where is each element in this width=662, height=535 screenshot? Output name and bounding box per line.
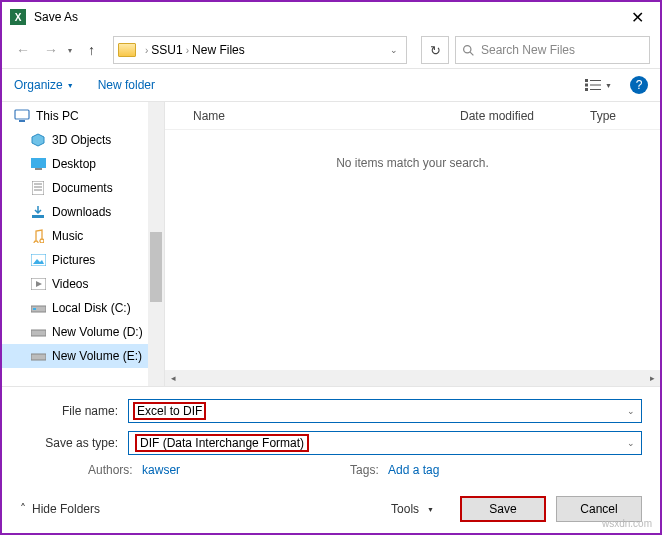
organize-button[interactable]: Organize▼ bbox=[14, 78, 74, 92]
filename-input[interactable]: Excel to DIF ⌄ bbox=[128, 399, 642, 423]
svg-rect-2 bbox=[585, 79, 588, 82]
folder-tree: This PC 3D Objects Desktop Documents Dow… bbox=[2, 102, 164, 386]
scroll-track[interactable] bbox=[181, 372, 644, 384]
list-view-icon bbox=[585, 79, 601, 91]
svg-rect-17 bbox=[32, 215, 44, 218]
tags-value[interactable]: Add a tag bbox=[388, 463, 439, 477]
chevron-right-icon: › bbox=[186, 45, 189, 56]
file-list-pane: Name Date modified Type No items match y… bbox=[164, 102, 660, 386]
tags-label: Tags: bbox=[350, 463, 379, 477]
svg-marker-10 bbox=[32, 134, 44, 146]
filename-row: File name: Excel to DIF ⌄ bbox=[20, 399, 642, 423]
svg-rect-18 bbox=[31, 254, 46, 266]
content-scrollbar[interactable]: ◂ ▸ bbox=[165, 370, 660, 386]
filetype-label: Save as type: bbox=[20, 436, 128, 450]
form-area: File name: Excel to DIF ⌄ Save as type: … bbox=[2, 386, 660, 485]
tags: Tags: Add a tag bbox=[350, 463, 439, 477]
chevron-down-icon: ▼ bbox=[605, 82, 612, 89]
up-button[interactable]: ↑ bbox=[82, 40, 101, 60]
svg-point-0 bbox=[464, 45, 471, 52]
svg-line-1 bbox=[470, 52, 473, 55]
breadcrumb-seg2[interactable]: New Files bbox=[192, 43, 245, 57]
desktop-icon bbox=[30, 156, 46, 172]
scroll-left[interactable]: ◂ bbox=[165, 373, 181, 383]
tree-pictures[interactable]: Pictures bbox=[2, 248, 164, 272]
history-dropdown[interactable]: ▾ bbox=[68, 46, 72, 55]
col-type[interactable]: Type bbox=[590, 109, 660, 123]
svg-rect-24 bbox=[31, 330, 46, 336]
svg-rect-12 bbox=[35, 168, 42, 170]
svg-rect-3 bbox=[590, 80, 601, 81]
tree-vol-e[interactable]: New Volume (E:) bbox=[2, 344, 164, 368]
toolbar: Organize▼ New folder ▼ ? bbox=[2, 68, 660, 102]
svg-rect-11 bbox=[31, 158, 46, 168]
back-button[interactable]: ← bbox=[12, 40, 34, 60]
download-icon bbox=[30, 204, 46, 220]
filename-label: File name: bbox=[20, 404, 128, 418]
tree-this-pc[interactable]: This PC bbox=[2, 104, 164, 128]
drive-icon bbox=[30, 300, 46, 316]
hide-folders-button[interactable]: ˄ Hide Folders bbox=[20, 502, 100, 516]
scroll-right[interactable]: ▸ bbox=[644, 373, 660, 383]
authors-label: Authors: bbox=[88, 463, 133, 477]
svg-rect-4 bbox=[585, 84, 588, 87]
video-icon bbox=[30, 276, 46, 292]
window-title: Save As bbox=[34, 10, 623, 24]
titlebar: X Save As ✕ bbox=[2, 2, 660, 32]
navigation-bar: ← → ▾ ↑ › SSU1 › New Files ⌄ ↻ Search Ne… bbox=[2, 32, 660, 68]
filename-value: Excel to DIF bbox=[133, 402, 206, 420]
address-dropdown[interactable]: ⌄ bbox=[386, 45, 402, 55]
search-placeholder: Search New Files bbox=[481, 43, 575, 57]
refresh-button[interactable]: ↻ bbox=[421, 36, 449, 64]
svg-rect-9 bbox=[19, 120, 25, 122]
cube-icon bbox=[30, 132, 46, 148]
drive-icon bbox=[30, 348, 46, 364]
watermark: wsxdn.com bbox=[602, 518, 652, 529]
close-button[interactable]: ✕ bbox=[623, 8, 652, 27]
chevron-down-icon: ▼ bbox=[427, 506, 434, 513]
tree-local-c[interactable]: Local Disk (C:) bbox=[2, 296, 164, 320]
svg-rect-13 bbox=[32, 181, 44, 195]
svg-rect-5 bbox=[590, 85, 601, 86]
search-input[interactable]: Search New Files bbox=[455, 36, 650, 64]
address-bar[interactable]: › SSU1 › New Files ⌄ bbox=[113, 36, 407, 64]
tree-videos[interactable]: Videos bbox=[2, 272, 164, 296]
filetype-select[interactable]: DIF (Data Interchange Format) ⌄ bbox=[128, 431, 642, 455]
picture-icon bbox=[30, 252, 46, 268]
empty-message: No items match your search. bbox=[165, 130, 660, 370]
monitor-icon bbox=[14, 108, 30, 124]
column-headers: Name Date modified Type bbox=[165, 102, 660, 130]
tree-music[interactable]: Music bbox=[2, 224, 164, 248]
scrollbar-thumb[interactable] bbox=[150, 232, 162, 302]
svg-rect-23 bbox=[33, 308, 36, 310]
authors-value[interactable]: kawser bbox=[142, 463, 180, 477]
footer: ˄ Hide Folders Tools ▼ Save Cancel bbox=[2, 485, 660, 533]
col-date[interactable]: Date modified bbox=[460, 109, 590, 123]
view-button[interactable]: ▼ bbox=[585, 79, 612, 91]
tree-desktop[interactable]: Desktop bbox=[2, 152, 164, 176]
save-as-dialog: X Save As ✕ ← → ▾ ↑ › SSU1 › New Files ⌄… bbox=[0, 0, 662, 535]
breadcrumb-seg1[interactable]: SSU1 bbox=[151, 43, 182, 57]
tools-menu[interactable]: Tools ▼ bbox=[391, 502, 434, 516]
col-name[interactable]: Name bbox=[165, 109, 460, 123]
svg-rect-6 bbox=[585, 88, 588, 91]
save-button[interactable]: Save bbox=[460, 496, 546, 522]
filetype-dropdown[interactable]: ⌄ bbox=[627, 438, 635, 448]
tree-downloads[interactable]: Downloads bbox=[2, 200, 164, 224]
tree-vol-d[interactable]: New Volume (D:) bbox=[2, 320, 164, 344]
filetype-row: Save as type: DIF (Data Interchange Form… bbox=[20, 431, 642, 455]
authors: Authors: kawser bbox=[88, 463, 180, 477]
tree-documents[interactable]: Documents bbox=[2, 176, 164, 200]
chevron-up-icon: ˄ bbox=[20, 502, 26, 516]
tree-3d-objects[interactable]: 3D Objects bbox=[2, 128, 164, 152]
filename-dropdown[interactable]: ⌄ bbox=[627, 406, 635, 416]
svg-rect-25 bbox=[31, 354, 46, 360]
forward-button: → bbox=[40, 40, 62, 60]
svg-rect-7 bbox=[590, 89, 601, 90]
search-icon bbox=[462, 44, 475, 57]
help-button[interactable]: ? bbox=[630, 76, 648, 94]
chevron-right-icon: › bbox=[145, 45, 148, 56]
svg-rect-8 bbox=[15, 110, 29, 119]
tree-scrollbar[interactable] bbox=[148, 102, 164, 386]
new-folder-button[interactable]: New folder bbox=[98, 78, 155, 92]
